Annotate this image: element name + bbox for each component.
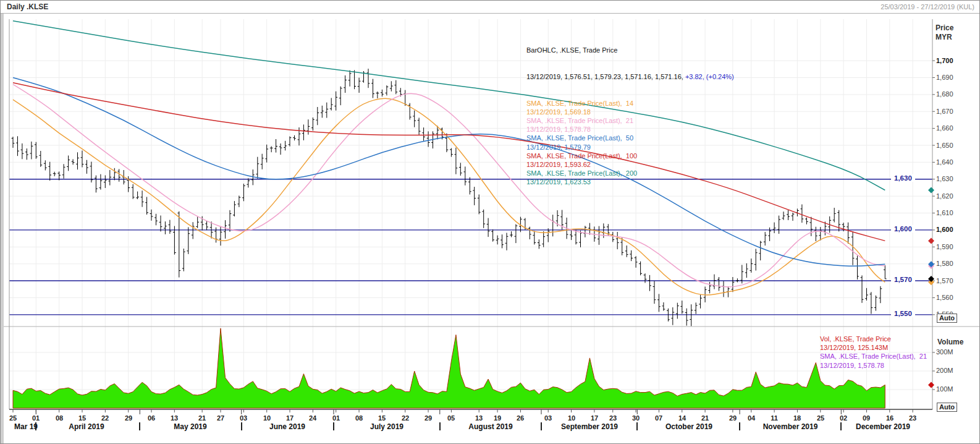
ohlc-change-value: +3.82, (+0.24%) xyxy=(685,73,734,80)
day-tick-label: 18 xyxy=(793,414,801,422)
month-label: October 2019 xyxy=(665,422,712,431)
day-tick-label: 27 xyxy=(217,414,224,422)
day-tick-label: 08 xyxy=(355,414,363,422)
volume-axis-auto-button[interactable]: Auto xyxy=(937,403,957,412)
day-tick-label: 03 xyxy=(240,414,247,422)
month-separator xyxy=(739,422,740,430)
day-tick-label: 08 xyxy=(56,414,63,422)
volume-legend-line: 13/12/2019, 125.143M xyxy=(820,343,927,352)
sma-legend-title: SMA, .KLSE, Trade Price(Last), 200 xyxy=(526,169,734,177)
price-level-label: 1,550 xyxy=(891,310,915,317)
month-separator xyxy=(541,422,542,430)
day-tick-label: 10 xyxy=(568,414,575,422)
volume-area xyxy=(13,328,885,408)
day-tick-label: 29 xyxy=(729,414,737,422)
date-range-label: 25/03/2019 - 27/12/2019 (KUL) xyxy=(881,3,974,11)
day-tick-label: 13 xyxy=(475,414,483,422)
sma-legend-title: SMA, .KLSE, Trade Price(Last), 50 xyxy=(526,134,734,142)
day-tick-label: 21 xyxy=(701,414,709,422)
day-tick-label: 06 xyxy=(148,414,155,422)
price-legend: BarOHLC, .KLSE, Trade Price 13/12/2019, … xyxy=(526,28,734,204)
price-axis-auto-button[interactable]: Auto xyxy=(937,314,957,323)
month-separator xyxy=(439,422,441,430)
ohlc-legend-values: 13/12/2019, 1,576.51, 1,579.23, 1,571.16… xyxy=(526,72,734,81)
price-tick-label: 1,590 xyxy=(936,243,953,250)
day-tick-label: 13 xyxy=(171,414,178,422)
month-separator xyxy=(139,422,140,430)
day-tick-label: 25 xyxy=(817,414,824,422)
month-separator xyxy=(241,422,242,430)
month-separator xyxy=(35,422,36,430)
volume-tick-label: 200M xyxy=(936,367,953,374)
day-tick-label: 19 xyxy=(494,414,501,422)
month-label: August 2019 xyxy=(468,422,512,431)
sma-legend-title: SMA, .KLSE, Trade Price(Last), 21 xyxy=(526,116,734,125)
day-tick-label: 21 xyxy=(198,414,206,422)
window-header: Daily .KLSE 25/03/2019 - 27/12/2019 (KUL… xyxy=(1,1,979,14)
price-tick-label: 1,700 xyxy=(936,57,953,64)
volume-legend-line: Vol, .KLSE, Trade Price xyxy=(820,335,927,343)
month-label: June 2019 xyxy=(269,422,305,431)
day-tick-label: 16 xyxy=(886,414,893,422)
chart-window: Daily .KLSE 25/03/2019 - 27/12/2019 (KUL… xyxy=(0,0,980,444)
sma-legend-value: 13/12/2019, 1,579.79 xyxy=(526,143,734,152)
price-level-label: 1,600 xyxy=(891,225,915,233)
price-tick-label: 1,570 xyxy=(936,277,953,284)
price-level-label: 1,570 xyxy=(891,276,915,283)
sma-legend-value: 13/12/2019, 1,578.78 xyxy=(526,125,734,134)
month-label: December 2019 xyxy=(856,422,910,431)
window-left-border xyxy=(1,14,4,444)
day-tick-label: 03 xyxy=(544,414,552,422)
volume-tick-label: 100M xyxy=(936,385,953,393)
month-label: July 2019 xyxy=(370,422,403,431)
day-tick-label: 17 xyxy=(591,414,598,422)
ohlc-legend-title: BarOHLC, .KLSE, Trade Price xyxy=(526,46,734,54)
price-tick-label: 1,630 xyxy=(936,175,953,182)
day-tick-label: 23 xyxy=(609,414,617,422)
price-tick-label: 1,610 xyxy=(936,209,953,216)
sma-legend-title: SMA, .KLSE, Trade Price(Last), 14 xyxy=(526,99,734,108)
day-tick-label: 29 xyxy=(425,414,432,422)
month-separator xyxy=(636,422,638,430)
day-tick-label: 22 xyxy=(402,414,409,422)
price-tick-label: 1,640 xyxy=(936,158,953,166)
volume-legend: Vol, .KLSE, Trade Price13/12/2019, 125.1… xyxy=(820,335,927,370)
chart-canvas[interactable] xyxy=(1,1,980,444)
sma-legend-value: 13/12/2019, 1,593.62 xyxy=(526,160,734,169)
day-tick-label: 01 xyxy=(332,414,340,422)
volume-legend-line: 13/12/2019, 1,578.78 xyxy=(820,361,927,370)
price-tick-label: 1,600 xyxy=(936,226,953,233)
day-tick-label: 26 xyxy=(517,414,524,422)
price-tick-label: 1,680 xyxy=(936,90,953,98)
month-separator xyxy=(840,422,842,430)
month-label: Mar 19 xyxy=(14,422,38,431)
volume-marker-diamond xyxy=(928,382,934,388)
volume-legend-line: SMA, .KLSE, Trade Price(Last), 21 xyxy=(820,352,927,361)
day-tick-label: 14 xyxy=(678,414,686,422)
day-tick-label: 24 xyxy=(309,414,316,422)
sma-50-line xyxy=(13,78,885,267)
sma-200-line xyxy=(13,21,885,190)
day-tick-label: 30 xyxy=(632,414,640,422)
day-tick-label: 22 xyxy=(101,414,109,422)
day-tick-label: 04 xyxy=(748,414,755,422)
volume-tick-label: 300M xyxy=(936,348,953,356)
month-label: November 2019 xyxy=(763,422,818,431)
sma-100-line xyxy=(13,83,885,241)
sma-legend-entries: SMA, .KLSE, Trade Price(Last), 1413/12/2… xyxy=(526,99,734,187)
day-tick-label: 02 xyxy=(840,414,847,422)
day-tick-label: 09 xyxy=(863,414,870,422)
price-tick-label: 1,620 xyxy=(936,192,953,200)
price-tick-label: 1,660 xyxy=(936,124,953,132)
day-tick-label: 10 xyxy=(263,414,271,422)
price-tick-label: 1,690 xyxy=(936,74,953,81)
price-tick-label: 1,580 xyxy=(936,260,953,267)
day-tick-label: 07 xyxy=(655,414,662,422)
day-tick-label: 15 xyxy=(78,414,86,422)
price-tick-label: 1,560 xyxy=(936,294,953,301)
month-label: April 2019 xyxy=(69,422,104,431)
day-tick-label: 17 xyxy=(286,414,294,422)
price-level-label: 1,630 xyxy=(891,174,915,182)
month-label: September 2019 xyxy=(561,422,618,431)
price-tick-label: 1,650 xyxy=(936,142,953,149)
